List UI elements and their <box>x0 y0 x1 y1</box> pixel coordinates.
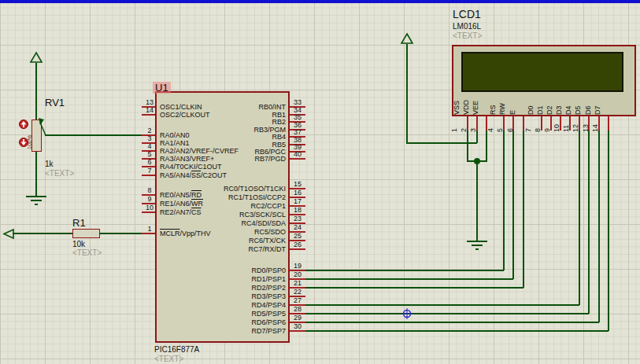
u1-ref-label: U1 <box>153 82 171 94</box>
wire-rd0-rs[interactable] <box>503 131 505 270</box>
wire-rd0-rs[interactable] <box>305 270 504 271</box>
lcd1-text-placeholder: <TEXT> <box>453 31 482 40</box>
wire-rd4-d4[interactable] <box>305 304 579 306</box>
u1-text-placeholder: <TEXT> <box>154 355 183 363</box>
schematic-canvas[interactable]: 100% RV1 1k <TEXT> R1 10k <TEXT> U1 PIC1… <box>0 0 640 364</box>
wire-rv1-power[interactable] <box>35 63 37 119</box>
wire-terminal-r1[interactable] <box>13 233 72 234</box>
r1-resistor-body[interactable] <box>72 229 100 238</box>
input-terminal-icon[interactable] <box>2 229 14 239</box>
rv1-wiper-arrow-icon <box>36 116 49 137</box>
wire-rd1-rw[interactable] <box>305 278 513 280</box>
rv1-text-placeholder: <TEXT> <box>45 169 74 178</box>
u1-part-label: PIC16F877A <box>154 345 199 354</box>
wire-vss-v[interactable] <box>467 131 468 161</box>
wire-vee-v[interactable] <box>486 131 487 161</box>
wire-rd7-d7[interactable] <box>305 330 609 332</box>
power-terminal-icon[interactable] <box>29 52 43 64</box>
junction-dot <box>474 158 480 164</box>
lcd1-part-label: LM016L <box>453 22 481 31</box>
wire-lcd-ground[interactable] <box>476 160 478 241</box>
pot-increase-button[interactable] <box>19 119 28 129</box>
pot-decrease-button[interactable] <box>19 138 28 147</box>
r1-text-placeholder: <TEXT> <box>72 248 102 257</box>
lcd1-ref-label: LCD1 <box>453 8 481 20</box>
ground-terminal-icon[interactable] <box>466 240 488 252</box>
power-terminal-icon[interactable] <box>400 33 414 45</box>
wire-rd2-e[interactable] <box>305 287 523 289</box>
wire-rd6-d6[interactable] <box>305 322 599 323</box>
wire-rd1-rw[interactable] <box>512 131 514 279</box>
wire-rd4-d4[interactable] <box>579 131 580 305</box>
wire-rd2-e[interactable] <box>523 131 524 288</box>
rv1-ref-label: RV1 <box>45 97 65 108</box>
wire-vdd[interactable] <box>476 131 478 143</box>
window-top-bar <box>0 0 640 3</box>
wire-rd6-d6[interactable] <box>598 131 600 322</box>
rv1-value-label: 1k <box>45 160 54 168</box>
wire-rv1-wiper-ra0[interactable] <box>45 134 142 136</box>
lcd1-screen <box>461 52 623 92</box>
wire-r1-mclr[interactable] <box>100 233 142 234</box>
wire-rv1-ground[interactable] <box>35 151 37 196</box>
r1-ref-label: R1 <box>72 217 86 229</box>
r1-value-label: 10k <box>72 240 85 248</box>
wire-rd5-d5[interactable] <box>305 313 589 314</box>
ground-terminal-icon[interactable] <box>25 195 47 207</box>
origin-marker-icon <box>401 307 413 320</box>
wire-lcd-power-v[interactable] <box>406 44 408 143</box>
wire-rd7-d7[interactable] <box>608 131 609 331</box>
wire-rd5-d5[interactable] <box>588 131 590 314</box>
